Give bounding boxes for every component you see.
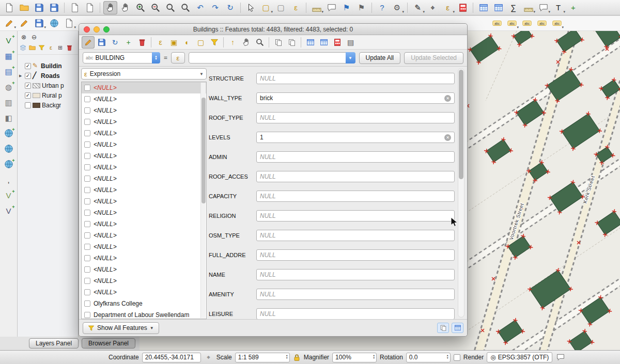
add-postgis-layer-icon[interactable]: ▤+ [2,65,16,77]
feature-list-item[interactable]: <NULL> [82,82,206,93]
current-edits-icon[interactable]: ▾ [2,17,16,30]
layer-item-roads[interactable]: ▶✓╱Roads [18,71,78,81]
new-bookmark-icon[interactable]: ⚑ [339,1,353,14]
feature-list-item[interactable]: <NULL> [82,207,206,218]
feature-list-item[interactable]: <NULL> [82,275,206,287]
delete-field-icon[interactable] [317,36,330,49]
filter-legend-icon[interactable] [37,43,46,52]
feature-list-item[interactable]: <NULL> [82,230,206,241]
feature-checkbox[interactable] [84,198,90,204]
delete-selected-icon[interactable] [135,36,148,49]
feature-checkbox[interactable] [84,289,90,295]
open-field-calculator-icon[interactable] [331,36,344,49]
feature-list-item[interactable]: <NULL> [82,196,206,207]
clear-value-icon[interactable]: ✕ [444,95,451,102]
capacity-input[interactable]: NULL [256,191,455,202]
stepper-arrows-icon[interactable]: ▲▼ [286,354,288,359]
feature-checkbox[interactable] [84,153,90,159]
feature-checkbox[interactable] [84,119,90,125]
save-project-as-icon[interactable] [47,1,61,14]
layer-item-rural-p[interactable]: ✓Rural p [18,90,78,100]
form-scrollbar-thumb[interactable] [459,70,463,179]
osm-download-icon[interactable] [47,17,61,30]
feature-checkbox[interactable] [84,232,90,239]
new-field-icon[interactable] [304,36,317,49]
layer-item-backgr[interactable]: Backgr [18,100,78,110]
lock-scale-icon[interactable] [293,354,301,361]
new-project-icon[interactable] [2,1,16,14]
add-raster-layer-icon[interactable]: ▦+ [2,50,16,62]
feature-list-scrollbar-thumb[interactable] [202,98,206,203]
tab-browser-panel[interactable]: Browser Panel [82,338,135,349]
layer-visibility-checkbox[interactable]: ✓ [25,83,31,89]
form-view-toggle-button[interactable] [437,323,449,333]
wall_type-input[interactable]: brick✕ [256,92,455,104]
layer-labeling-icon[interactable] [490,17,504,30]
measure-tools-icon[interactable]: ▾ [521,1,535,14]
zoom-next-icon[interactable]: ↷ [208,1,222,14]
combo-stepper-icon[interactable]: ▲▼ [152,52,160,64]
layer-item-urban-p[interactable]: ✓Urban p [18,81,78,90]
feature-list-item[interactable]: <NULL> [82,218,206,230]
feature-checkbox[interactable] [84,312,90,318]
zoom-last-icon[interactable]: ↶ [193,1,207,14]
show-all-features-button[interactable]: Show All Features ▼ [83,322,159,334]
roof_type-input[interactable]: NULL [256,112,455,123]
leisure-input[interactable]: NULL [256,308,455,319]
new-print-layout-icon[interactable] [68,1,82,14]
add-group-icon[interactable] [28,43,37,52]
zoom-out-icon[interactable] [148,1,162,14]
toggle-editing-icon[interactable] [82,36,95,49]
crs-status-button[interactable]: ◎ EPSG:3857 (OTF) [487,352,552,362]
layer-expander-icon[interactable]: ▶ [19,74,23,78]
feature-list-item[interactable]: <NULL> [82,287,206,298]
add-delimited-text-icon[interactable]: , [2,173,16,186]
zoom-in-icon[interactable] [133,1,147,14]
table-view-toggle-button[interactable] [452,323,463,333]
layer-diagram-icon[interactable]: ▾ [505,17,519,30]
add-vector-layer-icon[interactable]: V+ [2,34,16,46]
name-input[interactable]: NULL [256,269,455,280]
feature-list-item[interactable]: Department of Labour Swellendam [82,309,206,319]
zoom-to-selection-icon[interactable] [253,36,266,49]
clear-value-icon[interactable]: ✕ [444,134,451,141]
open-layer-styling-icon[interactable] [19,43,27,52]
osm_type-input[interactable]: NULL [256,230,455,241]
feature-checkbox[interactable] [84,210,90,216]
refresh-map-icon[interactable]: ↻ [223,1,237,14]
remove-layer-icon[interactable] [65,43,74,52]
expression-filter-icon[interactable]: ε [47,43,55,52]
pin-labels-icon[interactable] [520,17,534,30]
help-icon[interactable]: ? [375,1,389,14]
feature-checkbox[interactable] [84,244,90,250]
add-wcs-layer-icon[interactable] [2,143,16,155]
add-oracle-layer-icon[interactable]: ◧ [2,112,16,124]
text-annotation-icon[interactable]: T▾ [551,1,565,14]
field-calculator-icon[interactable]: ε▾ [441,1,455,14]
layout-manager-icon[interactable] [83,1,97,14]
zoom-to-layer-icon[interactable] [178,1,192,14]
feature-list-item[interactable]: <NULL> [82,264,206,275]
paste-features-icon[interactable] [285,36,298,49]
feature-checkbox[interactable] [84,278,90,284]
feature-list-item[interactable]: <NULL> [82,139,206,150]
measure-icon[interactable]: ▾ [309,1,323,14]
reload-table-icon[interactable]: ↻ [109,36,121,49]
stepper-arrows-icon[interactable]: ▲▼ [373,354,375,359]
religion-input[interactable]: NULL [256,210,455,221]
pan-to-selection-icon[interactable] [240,36,253,49]
save-edits-icon[interactable] [95,36,108,49]
magnifier-input[interactable]: 100%▲▼ [332,353,377,362]
feature-list-item[interactable]: Olyfkrans College [82,298,206,309]
feature-list-item[interactable]: <NULL> [82,150,206,162]
add-mssql-layer-icon[interactable]: ▥ [2,96,16,108]
feature-checkbox[interactable] [84,96,90,102]
expression-builder-button[interactable]: ε [171,52,185,64]
invert-selection-icon[interactable]: ◐ [181,36,194,49]
coordinate-toggle-icon[interactable]: ⌖ [204,353,213,362]
field-selector-combo[interactable]: abc BUILDING ▲▼ [83,52,160,64]
new-shapefile-layer-icon[interactable]: V+ [2,189,16,201]
feature-checkbox[interactable] [84,141,90,148]
add-feature-icon[interactable]: + [122,36,135,49]
expand-all-icon[interactable]: ⊞ [56,43,65,52]
